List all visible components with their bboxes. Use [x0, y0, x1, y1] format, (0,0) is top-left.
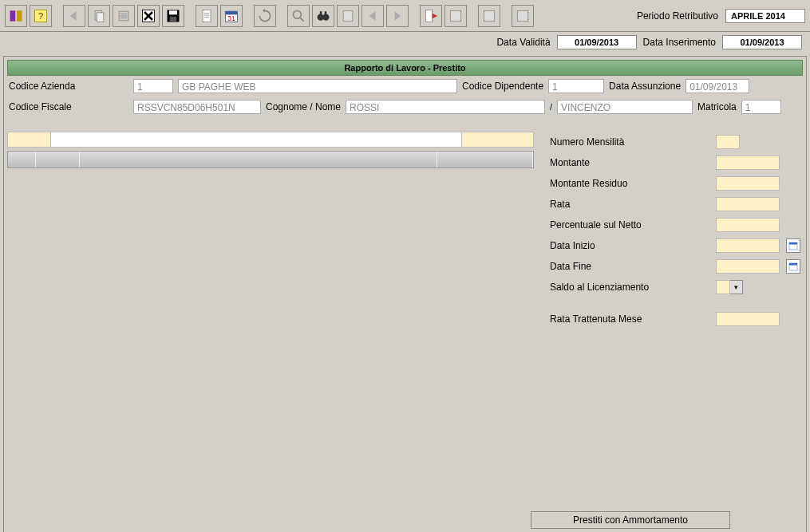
- svg-rect-37: [484, 10, 494, 21]
- codice-dipendente-value: 1: [548, 79, 604, 93]
- document-icon[interactable]: [196, 5, 218, 27]
- data-validita-label: Data Validità: [496, 37, 550, 48]
- data-assunzione-label: Data Assunzione: [609, 81, 681, 92]
- codice-azienda-label: Codice Azienda: [9, 81, 128, 92]
- data-validita-value[interactable]: 01/09/2013: [557, 35, 637, 49]
- svg-marker-32: [369, 11, 376, 21]
- rata-trattenuta-label: Rata Trattenuta Mese: [550, 313, 709, 325]
- codice-dipendente-label: Codice Dipendente: [462, 81, 543, 92]
- periodo-label: Periodo Retributivo: [637, 10, 718, 22]
- svg-rect-31: [343, 10, 353, 21]
- svg-text:31: 31: [227, 14, 235, 22]
- data-fine-label: Data Fine: [550, 261, 709, 272]
- help-book-icon[interactable]: [5, 5, 27, 27]
- person-row: Codice Fiscale RSSVCN85D06H501N Cognome …: [7, 97, 803, 117]
- toolbar: ? 31: [0, 0, 810, 32]
- grid-col-2[interactable]: [36, 152, 80, 167]
- svg-rect-0: [10, 10, 16, 21]
- nome-value: VINCENZO: [557, 100, 693, 114]
- filter-strip: [7, 132, 534, 148]
- percentuale-input[interactable]: [716, 218, 780, 232]
- main-area: Rapporto di Lavoro - Prestito Codice Azi…: [3, 56, 807, 532]
- numero-mensilita-input[interactable]: [716, 135, 740, 149]
- data-inserimento-value[interactable]: 01/09/2013: [722, 35, 802, 49]
- periodo-value: APRILE 2014: [725, 9, 805, 23]
- section-title: Rapporto di Lavoro - Prestito: [7, 60, 803, 76]
- saldo-label: Saldo al Licenziamento: [550, 282, 709, 293]
- grid-col-4[interactable]: [437, 152, 533, 167]
- cognome-nome-label: Cognome / Nome: [266, 101, 341, 112]
- svg-rect-1: [17, 10, 22, 21]
- blank2-icon[interactable]: [512, 5, 534, 27]
- back-icon[interactable]: [63, 5, 85, 27]
- svg-rect-42: [789, 263, 797, 266]
- codice-azienda-value: 1: [133, 79, 173, 93]
- svg-marker-4: [70, 11, 77, 21]
- zoom-icon[interactable]: [287, 5, 310, 27]
- filter-amount-input[interactable]: [462, 132, 534, 148]
- montante-label: Montante: [550, 157, 709, 168]
- binoculars-icon[interactable]: [312, 5, 334, 27]
- grid-area: [7, 132, 534, 329]
- rata-label: Rata: [550, 199, 709, 210]
- window-icon[interactable]: [445, 5, 467, 27]
- prev-icon[interactable]: [362, 5, 384, 27]
- svg-rect-6: [97, 12, 104, 22]
- matricola-value: 1: [741, 100, 781, 114]
- svg-rect-34: [425, 10, 432, 22]
- prestiti-ammortamento-button[interactable]: Prestiti con Ammortamento: [531, 511, 730, 529]
- svg-marker-35: [433, 13, 438, 18]
- codice-fiscale-value: RSSVCN85D06H501N: [133, 100, 261, 114]
- docnav-icon[interactable]: [337, 5, 359, 27]
- montante-residuo-input[interactable]: [716, 176, 780, 191]
- data-fine-calendar-icon[interactable]: [786, 259, 800, 274]
- svg-rect-40: [789, 242, 797, 245]
- svg-rect-30: [325, 11, 327, 15]
- saldo-value[interactable]: [716, 280, 730, 294]
- data-fine-input[interactable]: [716, 259, 780, 274]
- saldo-combo[interactable]: ▾: [716, 280, 743, 294]
- svg-rect-38: [517, 10, 527, 21]
- azienda-name: GB PAGHE WEB: [178, 79, 457, 93]
- grid-col-1[interactable]: [8, 152, 36, 167]
- codice-fiscale-label: Codice Fiscale: [9, 101, 128, 112]
- data-inizio-calendar-icon[interactable]: [786, 238, 800, 253]
- cognome-value: ROSSI: [346, 100, 545, 114]
- numero-mensilita-label: Numero Mensilità: [550, 136, 709, 148]
- data-inizio-label: Data Inizio: [550, 240, 709, 251]
- matricola-label: Matricola: [697, 101, 737, 112]
- delete-icon[interactable]: [137, 5, 160, 27]
- next-icon[interactable]: [386, 5, 409, 27]
- svg-marker-24: [263, 8, 265, 12]
- data-inserimento-label: Data Inserimento: [643, 37, 716, 48]
- list-icon[interactable]: [113, 5, 135, 27]
- save-icon[interactable]: [162, 5, 184, 27]
- filter-desc-input[interactable]: [51, 132, 462, 148]
- copy-icon[interactable]: [88, 5, 110, 27]
- svg-rect-29: [320, 11, 322, 15]
- rata-input[interactable]: [716, 197, 780, 211]
- montante-residuo-label: Montante Residuo: [550, 178, 709, 189]
- details-panel: Numero Mensilità Montante Montante Resid…: [550, 132, 803, 329]
- svg-rect-15: [169, 10, 177, 14]
- grid-col-3[interactable]: [80, 152, 437, 167]
- svg-line-26: [300, 17, 304, 21]
- svg-rect-17: [203, 10, 211, 22]
- svg-text:?: ?: [38, 10, 44, 21]
- blank1-icon[interactable]: [478, 5, 500, 27]
- exit-icon[interactable]: [420, 5, 442, 27]
- chevron-down-icon[interactable]: ▾: [730, 280, 743, 294]
- rata-trattenuta-input[interactable]: [716, 312, 780, 326]
- data-assunzione-value: 01/09/2013: [686, 79, 749, 93]
- refresh-icon[interactable]: [254, 5, 276, 27]
- calendar-icon[interactable]: 31: [220, 5, 243, 27]
- svg-marker-33: [395, 11, 401, 21]
- filter-code-input[interactable]: [7, 132, 51, 148]
- name-separator: /: [550, 102, 552, 112]
- grid-header: [7, 151, 534, 168]
- montante-input[interactable]: [716, 156, 780, 170]
- question-icon[interactable]: ?: [30, 5, 52, 27]
- data-inizio-input[interactable]: [716, 238, 780, 253]
- percentuale-label: Percentuale sul Netto: [550, 219, 709, 231]
- svg-rect-36: [450, 10, 460, 21]
